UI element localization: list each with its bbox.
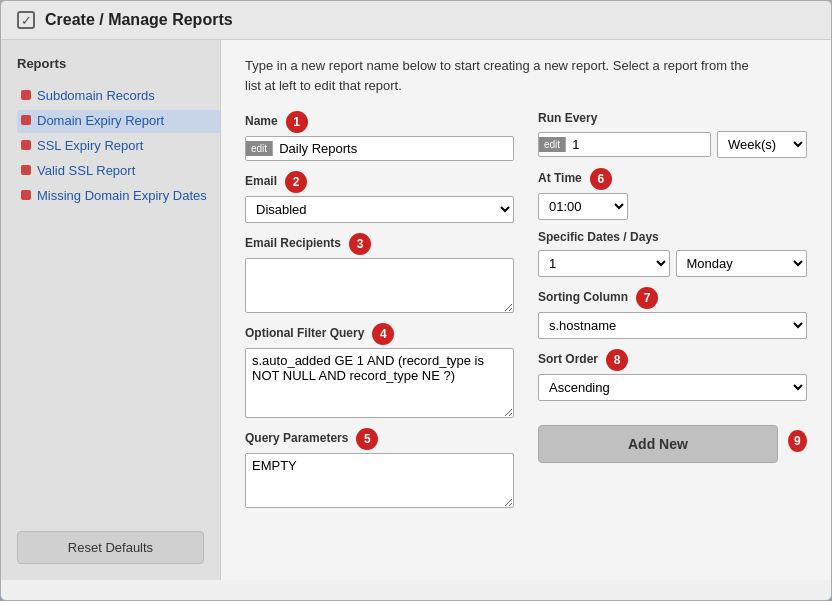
optional-filter-label: Optional Filter Query xyxy=(245,326,364,340)
sidebar-item-ssl-expiry-report[interactable]: SSL Expiry Report xyxy=(17,135,220,158)
list-icon-5 xyxy=(21,190,31,200)
email-recipients-label: Email Recipients xyxy=(245,236,341,250)
dialog-container: ✓ Create / Manage Reports Reports Subdom… xyxy=(0,0,832,601)
sorting-column-field-group: Sorting Column 7 s.hostname s.domain s.e… xyxy=(538,287,807,339)
sort-order-badge: 8 xyxy=(606,349,628,371)
name-badge: 1 xyxy=(286,111,308,133)
add-new-row: Add New 9 xyxy=(538,419,807,463)
email-select[interactable]: Disabled Enabled xyxy=(245,196,514,223)
at-time-row: 00:00 01:00 02:00 03:00 xyxy=(538,193,807,220)
sidebar-item-subdomain-records[interactable]: Subdomain Records xyxy=(17,85,220,108)
form-left-column: Name 1 edit Email 2 xyxy=(245,111,514,508)
optional-filter-badge: 4 xyxy=(372,323,394,345)
optional-filter-textarea[interactable]: s.auto_added GE 1 AND (record_type is NO… xyxy=(245,348,514,418)
instruction-text: Type in a new report name below to start… xyxy=(245,56,765,95)
query-params-textarea[interactable]: EMPTY xyxy=(245,453,514,508)
run-every-unit-select[interactable]: Week(s) Day(s) Month(s) xyxy=(717,131,807,158)
sort-order-field-group: Sort Order 8 Ascending Descending xyxy=(538,349,807,401)
run-every-input-wrapper: edit xyxy=(538,132,711,157)
name-edit-tag: edit xyxy=(246,141,273,156)
email-badge: 2 xyxy=(285,171,307,193)
dialog-title: Create / Manage Reports xyxy=(45,11,233,29)
list-icon-3 xyxy=(21,140,31,150)
add-new-button[interactable]: Add New xyxy=(538,425,778,463)
query-params-field-group: Query Parameters 5 EMPTY xyxy=(245,428,514,508)
specific-dates-weekday-select[interactable]: Monday Tuesday Wednesday Thursday Friday… xyxy=(676,250,808,277)
at-time-badge: 6 xyxy=(590,168,612,190)
main-content: Type in a new report name below to start… xyxy=(221,40,831,580)
sorting-column-select[interactable]: s.hostname s.domain s.expiry s.type xyxy=(538,312,807,339)
specific-dates-row: 12345 Monday Tuesday Wednesday Thursday … xyxy=(538,250,807,277)
sidebar-label-1: Subdomain Records xyxy=(37,88,155,105)
list-icon-4 xyxy=(21,165,31,175)
run-every-row: edit Week(s) Day(s) Month(s) xyxy=(538,131,807,158)
email-recipients-field-group: Email Recipients 3 xyxy=(245,233,514,313)
list-icon-2 xyxy=(21,115,31,125)
email-recipients-textarea[interactable] xyxy=(245,258,514,313)
run-every-number-input[interactable] xyxy=(566,133,710,156)
run-every-field-group: Run Every edit Week(s) Day(s) Month(s) xyxy=(538,111,807,158)
dialog-body: Reports Subdomain Records Domain Expiry … xyxy=(1,40,831,580)
optional-filter-field-group: Optional Filter Query 4 s.auto_added GE … xyxy=(245,323,514,418)
email-recipients-badge: 3 xyxy=(349,233,371,255)
name-input-wrapper: edit xyxy=(245,136,514,161)
run-every-edit-tag: edit xyxy=(539,137,566,152)
reset-defaults-button[interactable]: Reset Defaults xyxy=(17,531,204,564)
sidebar-item-valid-ssl-report[interactable]: Valid SSL Report xyxy=(17,160,220,183)
query-params-badge: 5 xyxy=(356,428,378,450)
form-grid: Name 1 edit Email 2 xyxy=(245,111,807,508)
sidebar-heading: Reports xyxy=(17,56,220,71)
specific-dates-field-group: Specific Dates / Days 12345 Monday Tuesd… xyxy=(538,230,807,277)
sidebar-label-5: Missing Domain Expiry Dates xyxy=(37,188,207,205)
at-time-select[interactable]: 00:00 01:00 02:00 03:00 xyxy=(538,193,628,220)
at-time-field-group: At Time 6 00:00 01:00 02:00 03:00 xyxy=(538,168,807,220)
sidebar-item-missing-domain-expiry-dates[interactable]: Missing Domain Expiry Dates xyxy=(17,185,220,208)
sorting-column-badge: 7 xyxy=(636,287,658,309)
name-input[interactable] xyxy=(273,137,513,160)
title-bar: ✓ Create / Manage Reports xyxy=(1,1,831,40)
reports-list: Subdomain Records Domain Expiry Report S… xyxy=(17,85,220,207)
name-label: Name xyxy=(245,114,278,128)
sidebar-label-4: Valid SSL Report xyxy=(37,163,135,180)
sidebar-label-2: Domain Expiry Report xyxy=(37,113,164,130)
sort-order-select[interactable]: Ascending Descending xyxy=(538,374,807,401)
run-every-label: Run Every xyxy=(538,111,597,125)
list-icon-1 xyxy=(21,90,31,100)
email-label: Email xyxy=(245,174,277,188)
query-params-label: Query Parameters xyxy=(245,431,348,445)
sidebar-item-domain-expiry-report[interactable]: Domain Expiry Report xyxy=(17,110,220,133)
sidebar: Reports Subdomain Records Domain Expiry … xyxy=(1,40,221,580)
specific-dates-day-select[interactable]: 12345 xyxy=(538,250,670,277)
sort-order-label: Sort Order xyxy=(538,352,598,366)
add-new-badge: 9 xyxy=(788,430,807,452)
specific-dates-label: Specific Dates / Days xyxy=(538,230,659,244)
form-right-column: Run Every edit Week(s) Day(s) Month(s) xyxy=(538,111,807,508)
name-field-group: Name 1 edit xyxy=(245,111,514,161)
sidebar-label-3: SSL Expiry Report xyxy=(37,138,143,155)
title-check-icon: ✓ xyxy=(17,11,35,29)
email-field-group: Email 2 Disabled Enabled xyxy=(245,171,514,223)
at-time-label: At Time xyxy=(538,171,582,185)
sorting-column-label: Sorting Column xyxy=(538,290,628,304)
